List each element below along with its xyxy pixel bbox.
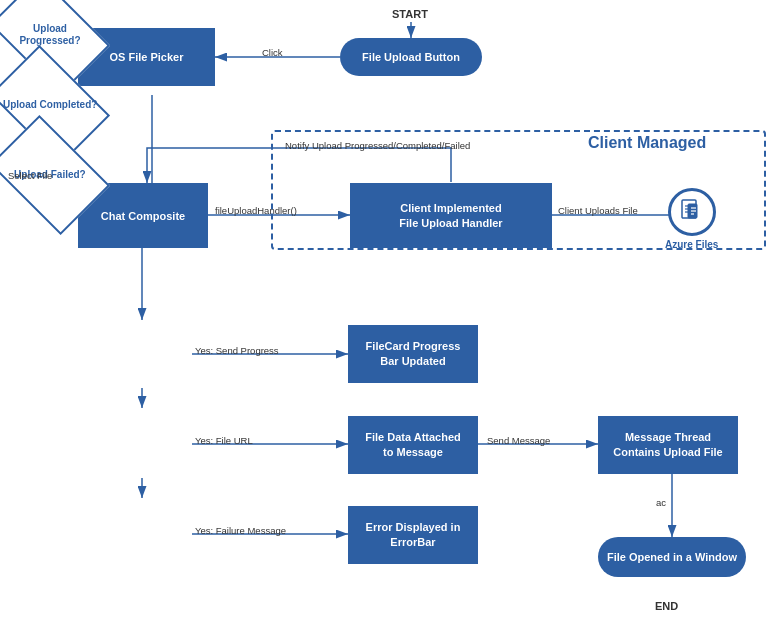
azure-files-label: Azure Files bbox=[665, 239, 718, 250]
filecard-progress: FileCard Progress Bar Updated bbox=[348, 325, 478, 383]
yes-file-url-label: Yes: File URL bbox=[195, 435, 253, 446]
select-file-label: Select File bbox=[8, 170, 52, 181]
file-upload-button: File Upload Button bbox=[340, 38, 482, 76]
yes-send-progress-label: Yes: Send Progress bbox=[195, 345, 279, 356]
end-label: END bbox=[655, 600, 678, 612]
client-managed-label: Client Managed bbox=[588, 134, 706, 152]
click-label: Click bbox=[262, 47, 283, 58]
file-upload-handler-label: fileUploadHandler() bbox=[215, 205, 297, 216]
send-message-label: Send Message bbox=[487, 435, 550, 446]
azure-files: Azure Files bbox=[665, 188, 718, 250]
file-data-attached: File Data Attached to Message bbox=[348, 416, 478, 474]
yes-failure-label: Yes: Failure Message bbox=[195, 525, 286, 536]
ac-label: ac bbox=[656, 497, 666, 508]
error-displayed: Error Displayed in ErrorBar bbox=[348, 506, 478, 564]
client-uploads-label: Client Uploads File bbox=[558, 205, 638, 216]
start-label: START bbox=[392, 8, 428, 20]
azure-icon-circle bbox=[668, 188, 716, 236]
file-opened-window: File Opened in a Window bbox=[598, 537, 746, 577]
msg-thread-contains: Message Thread Contains Upload File bbox=[598, 416, 738, 474]
diagram: START File Upload Button OS File Picker … bbox=[0, 0, 771, 619]
client-file-upload-handler: Client Implemented File Upload Handler bbox=[350, 183, 552, 248]
notify-label: Notify Upload Progressed/Completed/Faile… bbox=[285, 140, 470, 151]
